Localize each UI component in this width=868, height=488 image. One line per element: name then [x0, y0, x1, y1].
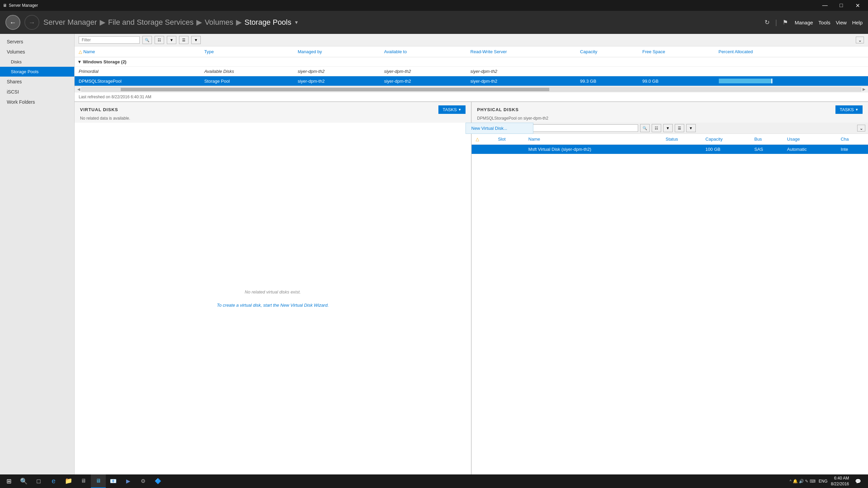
col-name[interactable]: △ Name — [75, 46, 200, 57]
breadcrumb-server-manager[interactable]: Server Manager — [43, 18, 97, 27]
maximize-button[interactable]: □ — [833, 0, 849, 11]
view-dropdown-icon[interactable]: ▼ — [167, 36, 176, 44]
scroll-right-arrow[interactable]: ▶ — [863, 87, 865, 92]
col-percent-allocated[interactable]: Percent Allocated — [714, 46, 868, 57]
taskbar-app-blue[interactable]: 🔷 — [151, 474, 165, 488]
menu-manage[interactable]: Manage — [795, 20, 813, 25]
vd-header-area: VIRTUAL DISKS TASKS ▼ No related data is… — [75, 102, 471, 123]
close-button[interactable]: ✕ — [850, 0, 865, 11]
table-row-dpmsql[interactable]: DPMSQLStoragePool Storage Pool siyer-dpm… — [75, 76, 868, 86]
expand-collapse-button[interactable]: ⌄ — [856, 37, 864, 43]
scroll-area: ◀ ▶ — [75, 86, 868, 92]
pd-cell-name: Msft Virtual Disk (siyer-dpm-th2) — [524, 145, 662, 154]
sidebar-item-iscsi[interactable]: iSCSI — [0, 87, 74, 97]
pd-group-dropdown[interactable]: ▼ — [686, 124, 696, 132]
table-row-primordial[interactable]: Primordial Available Disks siyer-dpm-th2… — [75, 67, 868, 76]
start-button[interactable]: ⊞ — [1, 474, 16, 488]
title-bar: 🖥 Server Manager — □ ✕ — [0, 0, 868, 11]
pd-group-button[interactable]: ☰ — [675, 124, 684, 132]
pd-cell-status — [662, 145, 702, 154]
cell-dpmsql-percent — [714, 76, 868, 86]
new-virtual-disk-item[interactable]: New Virtual Disk... — [466, 123, 533, 134]
taskbar-powershell[interactable]: ▶ — [121, 474, 136, 488]
notification-button[interactable]: 💬 — [850, 474, 865, 488]
taskbar-clock[interactable]: 6:40 AM 8/22/2016 — [831, 475, 849, 487]
pd-col-usage[interactable]: Usage — [783, 134, 836, 145]
vd-create-link[interactable]: To create a virtual disk, start the New … — [217, 303, 329, 308]
sidebar: Servers Volumes Disks Storage Pools Shar… — [0, 34, 75, 474]
vd-tasks-button[interactable]: TASKS ▼ — [438, 105, 466, 114]
cell-primordial-managed: siyer-dpm-th2 — [294, 67, 380, 76]
col-rw-server[interactable]: Read-Write Server — [466, 46, 576, 57]
vd-empty-content: No related virtual disks exist. To creat… — [75, 123, 471, 474]
col-type[interactable]: Type — [200, 46, 294, 57]
group-icon[interactable]: ☰ — [179, 36, 189, 44]
back-button[interactable]: ← — [5, 15, 20, 30]
sidebar-item-shares[interactable]: Shares — [0, 77, 74, 87]
bottom-panels: VIRTUAL DISKS TASKS ▼ No related data is… — [75, 102, 868, 474]
pd-col-status[interactable]: Status — [662, 134, 702, 145]
pd-search-button[interactable]: 🔍 — [640, 124, 650, 132]
taskbar-explorer[interactable]: 📁 — [61, 474, 76, 488]
pd-col-name[interactable]: Name — [524, 134, 662, 145]
cell-dpmsql-free: 99.0 GB — [638, 76, 714, 86]
breadcrumb-dropdown-icon[interactable]: ▼ — [294, 20, 299, 25]
flag-button[interactable]: ⚑ — [780, 17, 791, 27]
vd-empty-text: No related virtual disks exist. — [245, 289, 301, 294]
breadcrumb-storage-pools[interactable]: Storage Pools — [244, 18, 291, 27]
main-layout: Servers Volumes Disks Storage Pools Shar… — [0, 34, 868, 474]
filter-input[interactable] — [79, 36, 140, 44]
search-icon[interactable]: 🔍 — [142, 36, 152, 44]
sidebar-label-work-folders: Work Folders — [7, 99, 35, 105]
taskbar: ⊞ 🔍 □ e 📁 🖥 🖥 📧 ▶ ⚙ 🔷 ^ 🔔 🔊 ✎ ⌨ ENG 6:40… — [0, 474, 868, 488]
view-icon[interactable]: ☷ — [155, 36, 164, 44]
menu-view[interactable]: View — [836, 20, 847, 25]
vd-subtitle: No related data is available. — [75, 115, 471, 123]
minimize-button[interactable]: — — [817, 0, 833, 11]
taskbar-server-mgr-active[interactable]: 🖥 — [91, 474, 106, 488]
menu-tools[interactable]: Tools — [818, 20, 830, 25]
taskbar-app-misc[interactable]: ⚙ — [136, 474, 151, 488]
cell-dpmsql-managed: siyer-dpm-th2 — [294, 76, 380, 86]
group-dropdown-icon[interactable]: ▼ — [191, 36, 201, 44]
pd-col-slot[interactable]: Slot — [494, 134, 525, 145]
task-view-button[interactable]: □ — [31, 474, 46, 488]
pd-cell-capacity: 100 GB — [702, 145, 750, 154]
menu-help[interactable]: Help — [852, 20, 863, 25]
taskbar-email[interactable]: 📧 — [106, 474, 121, 488]
refresh-button[interactable]: ↻ — [762, 17, 772, 27]
forward-button[interactable]: → — [24, 15, 39, 30]
warning-sort-icon: △ — [79, 49, 82, 54]
breadcrumb-file-storage[interactable]: File and Storage Services — [108, 18, 194, 27]
pd-tasks-button[interactable]: TASKS ▼ — [835, 105, 863, 114]
sidebar-item-servers[interactable]: Servers — [0, 37, 74, 47]
sidebar-label-disks: Disks — [11, 59, 22, 64]
breadcrumb-volumes[interactable]: Volumes — [205, 18, 233, 27]
col-capacity[interactable]: Capacity — [576, 46, 638, 57]
col-managed-by[interactable]: Managed by — [294, 46, 380, 57]
pd-col-bus[interactable]: Bus — [750, 134, 783, 145]
vd-panel-title: VIRTUAL DISKS — [80, 107, 118, 112]
col-available-to[interactable]: Available to — [380, 46, 467, 57]
sidebar-item-volumes[interactable]: Volumes — [0, 47, 74, 57]
scroll-left-arrow[interactable]: ◀ — [77, 87, 80, 92]
pd-col-cha[interactable]: Cha — [836, 134, 868, 145]
pd-expand-button[interactable]: ⌄ — [857, 125, 865, 131]
sidebar-label-storage-pools: Storage Pools — [11, 69, 39, 74]
sidebar-item-storage-pools[interactable]: Storage Pools — [0, 67, 74, 77]
pd-view-dropdown[interactable]: ▼ — [663, 124, 673, 132]
pd-col-capacity[interactable]: Capacity — [702, 134, 750, 145]
search-button[interactable]: 🔍 — [16, 474, 31, 488]
cell-primordial-free — [638, 67, 714, 76]
sep3: ▶ — [236, 18, 242, 27]
app-icon: 🖥 — [3, 3, 7, 8]
horizontal-scrollbar[interactable] — [81, 87, 861, 92]
sidebar-item-work-folders[interactable]: Work Folders — [0, 97, 74, 107]
taskbar-ie[interactable]: e — [46, 474, 61, 488]
pd-view-button[interactable]: ☷ — [652, 124, 661, 132]
col-free-space[interactable]: Free Space — [638, 46, 714, 57]
sidebar-item-disks[interactable]: Disks — [0, 57, 74, 67]
taskbar-server-manager[interactable]: 🖥 — [76, 474, 91, 488]
dropdown-menu-container: New Virtual Disk... — [466, 123, 533, 134]
pd-row-msft[interactable]: Msft Virtual Disk (siyer-dpm-th2) 100 GB… — [472, 145, 868, 154]
